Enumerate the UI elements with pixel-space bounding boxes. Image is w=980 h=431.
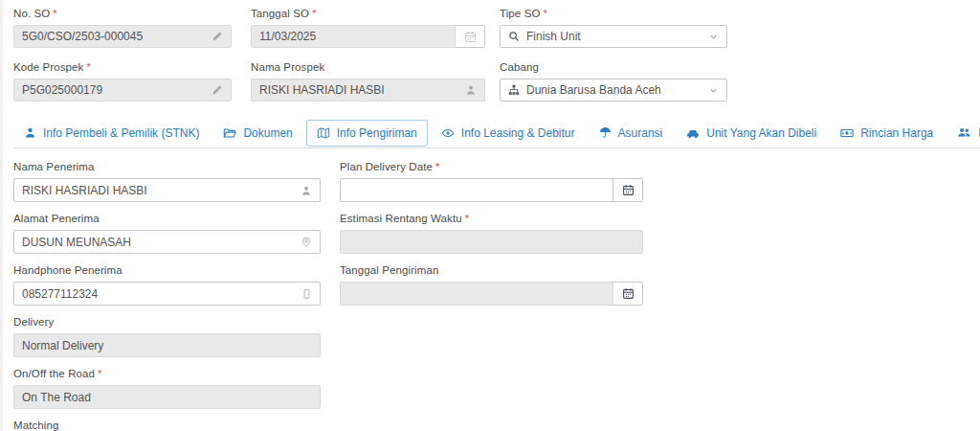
plan-delivery-date-calendar-button[interactable] xyxy=(613,178,643,202)
sitemap-icon xyxy=(508,84,520,96)
no-so-label: No. SO xyxy=(13,8,50,19)
tanggal-pengiriman-label: Tanggal Pengiriman xyxy=(340,264,643,276)
delivery-label: Delivery xyxy=(13,316,321,328)
field-delivery: Delivery Normal Delivery xyxy=(13,316,321,357)
info-pengiriman-panel: Nama Penerima Alamat Penerima xyxy=(13,148,980,431)
header-row-1: No. SO* 5G0/CSO/2503-000045 Tanggal SO* … xyxy=(13,8,980,61)
alamat-penerima-label: Alamat Penerima xyxy=(13,213,321,224)
tab-info-pengiriman[interactable]: Info Pengiriman xyxy=(306,120,428,147)
tab-label: Info Pengiriman xyxy=(337,126,417,140)
tab-label: Rincian Harga xyxy=(860,126,933,140)
folder-open-icon xyxy=(223,126,236,140)
search-icon xyxy=(508,31,520,42)
on-off-road-input: On The Road xyxy=(13,385,321,409)
nama-penerima-label: Nama Penerima xyxy=(13,161,321,172)
user-icon xyxy=(301,185,312,196)
tab-info-mediator[interactable]: Info Mediator xyxy=(947,120,980,147)
calendar-icon xyxy=(622,184,635,196)
field-handphone-penerima: Handphone Penerima xyxy=(13,264,321,306)
tipe-so-value: Finish Unit xyxy=(526,30,702,43)
tipe-so-dropdown[interactable]: Finish Unit xyxy=(500,25,727,48)
handphone-penerima-input[interactable] xyxy=(22,283,296,305)
required-marker: * xyxy=(86,61,90,73)
kode-prospek-label: Kode Prospek xyxy=(13,61,83,73)
form-right-column: Plan Delivery Date* Estimasi Rentang Wak… xyxy=(340,150,643,431)
delivery-value: Normal Delivery xyxy=(22,339,312,352)
tanggal-so-calendar-button xyxy=(456,25,485,48)
form-left-column: Nama Penerima Alamat Penerima xyxy=(13,150,321,431)
plan-delivery-date-input-wrap xyxy=(340,178,613,202)
handphone-penerima-input-wrap xyxy=(13,282,321,306)
kode-prospek-value: P5G025000179 xyxy=(22,83,206,97)
tanggal-pengiriman-calendar-button[interactable] xyxy=(613,282,643,306)
tab-bar: Info Pembeli & Pemilik (STNK) Dokumen In… xyxy=(13,118,980,148)
field-kode-prospek: Kode Prospek* P5G025000179 xyxy=(13,61,232,102)
required-marker: * xyxy=(435,161,439,172)
tanggal-so-label: Tanggal SO xyxy=(251,8,309,19)
eye-icon xyxy=(441,126,455,140)
money-bill-icon xyxy=(840,126,854,140)
matching-label: Matching xyxy=(13,420,321,431)
chevron-down-icon xyxy=(708,32,719,42)
tab-unit-yang-akan-dibeli[interactable]: Unit Yang Akan Dibeli xyxy=(676,120,827,147)
tab-label: Info Leasing & Debitur xyxy=(461,126,575,140)
field-alamat-penerima: Alamat Penerima xyxy=(13,213,321,254)
field-cabang: Cabang Dunia Barusa Banda Aceh xyxy=(500,61,727,102)
car-icon xyxy=(686,126,700,140)
plan-delivery-date-label: Plan Delivery Date xyxy=(340,161,433,172)
tab-label: Info Pembeli & Pemilik (STNK) xyxy=(43,126,199,140)
tab-rincian-harga[interactable]: Rincian Harga xyxy=(830,120,944,147)
nama-penerima-input[interactable] xyxy=(22,179,295,201)
tanggal-so-value: 11/03/2025 xyxy=(259,30,447,43)
field-no-so: No. SO* 5G0/CSO/2503-000045 xyxy=(13,8,232,48)
tab-dokumen[interactable]: Dokumen xyxy=(212,120,302,147)
map-pin-icon xyxy=(301,237,312,248)
tab-info-leasing-debitur[interactable]: Info Leasing & Debitur xyxy=(431,120,586,147)
estimasi-rentang-waktu-input xyxy=(340,230,643,254)
alamat-penerima-input-wrap xyxy=(13,230,321,254)
nama-penerima-input-wrap xyxy=(13,178,321,202)
cabang-label: Cabang xyxy=(500,61,727,73)
estimasi-rentang-waktu-label: Estimasi Rentang Waktu xyxy=(340,213,462,224)
no-so-value: 5G0/CSO/2503-000045 xyxy=(22,30,206,43)
cabang-dropdown[interactable]: Dunia Barusa Banda Aceh xyxy=(500,79,727,102)
tab-asuransi[interactable]: Asuransi xyxy=(589,120,674,147)
mobile-phone-icon xyxy=(301,288,312,300)
required-marker: * xyxy=(312,8,316,19)
field-matching: Matching true xyxy=(13,420,321,431)
field-plan-delivery-date: Plan Delivery Date* xyxy=(340,161,643,202)
required-marker: * xyxy=(53,8,56,19)
tab-label: Dokumen xyxy=(243,126,292,140)
field-tanggal-pengiriman: Tanggal Pengiriman xyxy=(340,264,643,306)
nama-prospek-input: RISKI HASRIADI HASBI xyxy=(251,79,485,102)
tanggal-pengiriman-input xyxy=(340,282,613,306)
field-tanggal-so: Tanggal SO* 11/03/2025 xyxy=(251,8,485,48)
nama-prospek-value: RISKI HASRIADI HASBI xyxy=(259,83,459,97)
alamat-penerima-input[interactable] xyxy=(22,231,295,253)
on-off-road-label: On/Off the Road xyxy=(13,368,95,379)
required-marker: * xyxy=(543,8,546,19)
field-on-off-road: On/Off the Road* On The Road xyxy=(13,368,321,409)
required-marker: * xyxy=(98,368,101,379)
pencil-icon xyxy=(212,84,223,96)
users-icon xyxy=(957,126,971,139)
tipe-so-label: Tipe SO xyxy=(500,8,540,19)
field-nama-prospek: Nama Prospek RISKI HASRIADI HASBI xyxy=(251,61,485,102)
field-tipe-so: Tipe SO* Finish Unit xyxy=(500,8,727,48)
plan-delivery-date-input[interactable] xyxy=(348,179,605,201)
cabang-value: Dunia Barusa Banda Aceh xyxy=(526,83,702,97)
map-icon xyxy=(317,126,330,140)
field-estimasi-rentang-waktu: Estimasi Rentang Waktu* xyxy=(340,213,643,254)
pencil-icon xyxy=(212,31,223,42)
calendar-icon xyxy=(622,287,635,300)
tab-info-pembeli-pemilik-stnk[interactable]: Info Pembeli & Pemilik (STNK) xyxy=(13,120,210,147)
sales-order-page: No. SO* 5G0/CSO/2503-000045 Tanggal SO* … xyxy=(0,0,980,431)
handphone-penerima-label: Handphone Penerima xyxy=(13,264,321,276)
field-nama-penerima: Nama Penerima xyxy=(13,161,321,202)
umbrella-icon xyxy=(599,126,612,139)
header-row-2: Kode Prospek* P5G025000179 Nama Prospek … xyxy=(13,61,980,115)
kode-prospek-input: P5G025000179 xyxy=(13,79,232,102)
tab-label: Unit Yang Akan Dibeli xyxy=(706,126,816,140)
tab-label: Asuransi xyxy=(618,126,663,140)
on-off-road-value: On The Road xyxy=(22,391,312,404)
